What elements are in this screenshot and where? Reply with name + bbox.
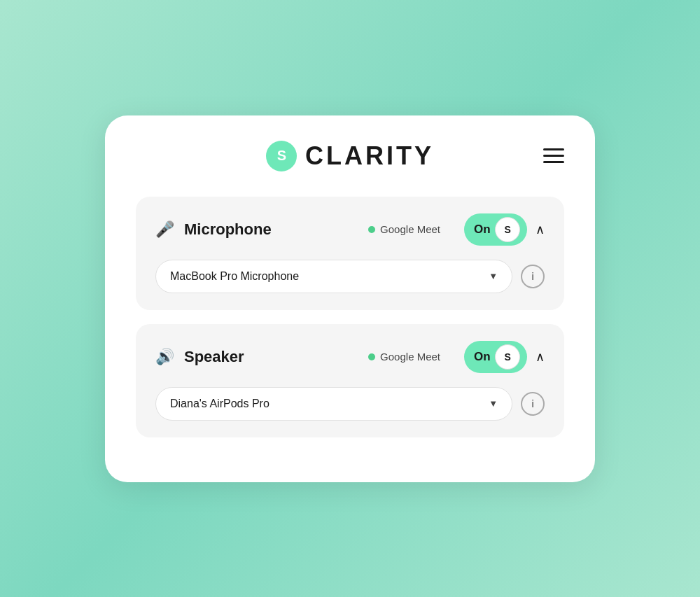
microphone-chevron-icon[interactable]: ∧: [536, 222, 545, 237]
speaker-toggle-container: On S ∧: [464, 341, 545, 373]
speaker-dropdown-arrow-icon: ▼: [489, 398, 498, 409]
microphone-device-dropdown[interactable]: MacBook Pro Microphone ▼: [155, 260, 512, 293]
microphone-dropdown-row: MacBook Pro Microphone ▼ i: [155, 260, 545, 293]
speaker-label: Speaker: [184, 348, 358, 366]
microphone-section-header: 🎤 Microphone Google Meet On S ∧: [155, 213, 545, 246]
app-card: S CLARITY 🎤 Microphone Google Meet On S: [105, 115, 595, 482]
speaker-icon: 🔊: [155, 348, 174, 366]
hamburger-menu-button[interactable]: [543, 148, 564, 163]
microphone-toggle[interactable]: On S: [464, 213, 527, 246]
microphone-dropdown-arrow-icon: ▼: [489, 271, 498, 281]
app-title: CLARITY: [305, 141, 434, 171]
microphone-toggle-knob: S: [495, 217, 520, 242]
speaker-app-badge: Google Meet: [368, 351, 440, 363]
hamburger-line-1: [543, 148, 564, 150]
microphone-info-button[interactable]: i: [521, 265, 545, 288]
speaker-toggle-knob: S: [495, 344, 520, 370]
microphone-toggle-text: On: [474, 223, 491, 237]
microphone-toggle-container: On S ∧: [464, 213, 545, 246]
microphone-app-name: Google Meet: [380, 223, 440, 235]
logo-area: S CLARITY: [266, 141, 434, 171]
speaker-device-label: Diana's AirPods Pro: [170, 398, 270, 410]
speaker-dropdown-row: Diana's AirPods Pro ▼ i: [155, 387, 545, 421]
speaker-toggle-text: On: [474, 350, 491, 364]
app-logo-icon: S: [266, 141, 297, 171]
hamburger-line-3: [543, 161, 564, 163]
speaker-section: 🔊 Speaker Google Meet On S ∧ Diana's Air…: [136, 324, 564, 437]
microphone-section: 🎤 Microphone Google Meet On S ∧ MacBook …: [136, 197, 564, 310]
speaker-section-header: 🔊 Speaker Google Meet On S ∧: [155, 341, 545, 373]
hamburger-line-2: [543, 155, 564, 157]
microphone-app-badge: Google Meet: [368, 223, 440, 235]
microphone-app-dot: [368, 226, 375, 233]
speaker-app-name: Google Meet: [380, 351, 440, 363]
speaker-device-dropdown[interactable]: Diana's AirPods Pro ▼: [155, 387, 512, 421]
microphone-label: Microphone: [184, 220, 358, 239]
microphone-icon: 🎤: [155, 220, 174, 239]
speaker-info-button[interactable]: i: [521, 392, 545, 416]
speaker-app-dot: [368, 353, 375, 360]
speaker-toggle[interactable]: On S: [464, 341, 527, 373]
speaker-chevron-icon[interactable]: ∧: [536, 349, 545, 365]
header: S CLARITY: [136, 141, 564, 171]
microphone-device-label: MacBook Pro Microphone: [170, 270, 299, 283]
